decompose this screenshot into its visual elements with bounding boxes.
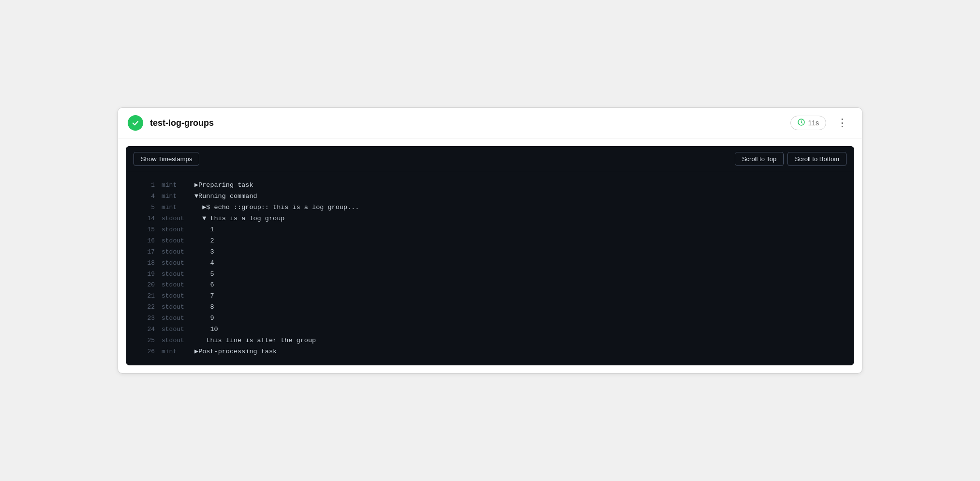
scroll-to-top-button[interactable]: Scroll to Top — [735, 152, 784, 166]
line-number: 22 — [135, 302, 155, 313]
log-text: 9 — [194, 313, 214, 324]
log-source: stdout — [162, 213, 189, 224]
log-source: stdout — [162, 236, 189, 246]
line-number: 25 — [135, 335, 155, 346]
log-text: 2 — [194, 236, 214, 247]
log-line: 17stdout 3 — [126, 247, 854, 258]
log-line: 1mint▶Preparing task — [126, 180, 854, 191]
line-number: 18 — [135, 258, 155, 269]
log-line: 20stdout 6 — [126, 280, 854, 291]
log-output: 1mint▶Preparing task4mint▼Running comman… — [126, 172, 854, 365]
log-text: 8 — [194, 302, 214, 313]
line-number: 14 — [135, 213, 155, 224]
job-title: test-log-groups — [150, 118, 784, 128]
log-line: 4mint▼Running command — [126, 191, 854, 202]
log-source: stdout — [162, 225, 189, 235]
toolbar-right: Scroll to Top Scroll to Bottom — [735, 152, 846, 166]
line-number: 15 — [135, 225, 155, 235]
scroll-to-bottom-button[interactable]: Scroll to Bottom — [787, 152, 846, 166]
log-text: 10 — [194, 324, 218, 335]
line-number: 20 — [135, 280, 155, 290]
line-number: 17 — [135, 247, 155, 257]
line-number: 5 — [135, 202, 155, 213]
log-line: 25stdout this line is after the group — [126, 335, 854, 346]
log-text: ▶Post-processing task — [194, 346, 277, 358]
log-text: ▶$ echo ::group:: this is a log group... — [194, 202, 359, 213]
log-source: stdout — [162, 291, 189, 301]
log-source: stdout — [162, 313, 189, 324]
line-number: 26 — [135, 346, 155, 357]
log-source: mint — [162, 180, 189, 191]
log-text: this line is after the group — [194, 335, 316, 346]
log-line: 22stdout 8 — [126, 302, 854, 313]
log-line: 21stdout 7 — [126, 291, 854, 302]
line-number: 16 — [135, 236, 155, 246]
line-number: 4 — [135, 191, 155, 202]
more-options-button[interactable]: ⋮ — [833, 115, 852, 131]
log-text: ▼Running command — [194, 191, 257, 202]
log-line: 24stdout 10 — [126, 324, 854, 335]
line-number: 23 — [135, 313, 155, 324]
log-text: 4 — [194, 258, 214, 269]
log-source: mint — [162, 346, 189, 357]
log-source: mint — [162, 202, 189, 213]
log-source: mint — [162, 191, 189, 202]
log-line: 19stdout 5 — [126, 269, 854, 280]
main-card: test-log-groups 11s ⋮ Show Timestamps Sc… — [118, 107, 862, 374]
log-toolbar: Show Timestamps Scroll to Top Scroll to … — [126, 146, 854, 172]
log-text: 6 — [194, 280, 214, 291]
log-line: 26mint▶Post-processing task — [126, 346, 854, 358]
log-source: stdout — [162, 335, 189, 346]
timer-value: 11s — [808, 119, 819, 127]
log-line: 15stdout 1 — [126, 225, 854, 236]
log-container: Show Timestamps Scroll to Top Scroll to … — [126, 146, 854, 365]
log-text: 1 — [194, 225, 214, 236]
log-source: stdout — [162, 280, 189, 290]
line-number: 19 — [135, 269, 155, 280]
log-source: stdout — [162, 258, 189, 269]
log-text: 3 — [194, 247, 214, 258]
log-line: 5mint ▶$ echo ::group:: this is a log gr… — [126, 202, 854, 213]
show-timestamps-button[interactable]: Show Timestamps — [134, 152, 199, 166]
log-text: 7 — [194, 291, 214, 302]
toolbar-left: Show Timestamps — [134, 152, 199, 166]
log-source: stdout — [162, 302, 189, 313]
timer-badge: 11s — [790, 116, 826, 130]
job-header: test-log-groups 11s ⋮ — [118, 108, 862, 138]
log-line: 18stdout 4 — [126, 258, 854, 269]
log-source: stdout — [162, 324, 189, 335]
log-text: ▼ this is a log group — [194, 213, 284, 225]
clock-icon — [798, 119, 805, 127]
log-text: ▶Preparing task — [194, 180, 253, 191]
line-number: 1 — [135, 180, 155, 191]
log-text: 5 — [194, 269, 214, 280]
log-source: stdout — [162, 247, 189, 257]
log-line: 14stdout ▼ this is a log group — [126, 213, 854, 225]
log-line: 23stdout 9 — [126, 313, 854, 324]
line-number: 21 — [135, 291, 155, 301]
status-icon — [128, 115, 143, 131]
log-source: stdout — [162, 269, 189, 280]
log-line: 16stdout 2 — [126, 236, 854, 247]
line-number: 24 — [135, 324, 155, 335]
